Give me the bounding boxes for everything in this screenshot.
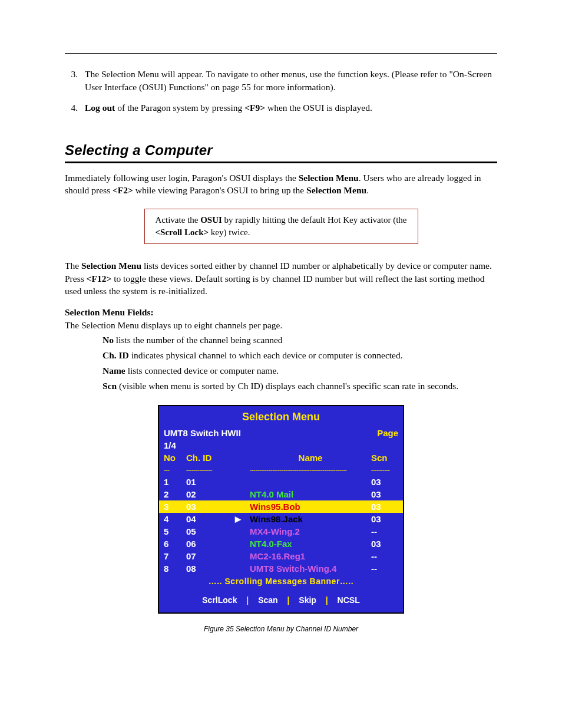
field-scn: Scn (visible when menu is sorted by Ch I…: [103, 380, 497, 393]
row-scn: 03: [371, 538, 395, 550]
section-rule: [65, 162, 497, 163]
osui-hdr-ch: Ch. ID: [186, 452, 226, 464]
row-name: UMT8 Switch-Wing.4: [250, 562, 371, 575]
osui-status-bar: ScrlLock | Scan | Skip | NCSL: [159, 589, 403, 608]
osui-sep-no: ---: [164, 466, 186, 475]
p2-sel: Selection Menu: [81, 261, 141, 271]
field-chid-label: Ch. ID: [103, 350, 129, 360]
row-name: MC2-16.Reg1: [250, 550, 371, 562]
osui-wrap: Selection Menu UMT8 Switch HWII Page 1/4…: [65, 405, 497, 634]
status-scrllock: ScrlLock: [202, 595, 237, 605]
figure-caption: Figure 35 Selection Menu by Channel ID N…: [65, 624, 497, 634]
status-sep3: |: [326, 595, 328, 605]
osui-sep-row: --- -------------- ---------------------…: [159, 464, 403, 476]
osui-channel-row[interactable]: 606NT4.0-Fax03: [159, 538, 403, 550]
row-no: 4: [164, 513, 186, 525]
step-4-mid: of the Paragon system by pressing: [115, 103, 244, 113]
field-name: Name lists connected device or computer …: [103, 364, 497, 377]
osui-page-label: Page: [377, 427, 398, 439]
callout-c: by rapidly hitting the default Hot Key a…: [222, 215, 407, 225]
callout-a: Activate the: [156, 215, 201, 225]
row-no: 8: [164, 562, 186, 575]
osui-channel-row[interactable]: 10103: [159, 476, 403, 488]
row-scn: 03: [371, 513, 395, 525]
osui-channel-row[interactable]: 303Wins95.Bob03: [159, 500, 403, 513]
para2: The Selection Menu lists devices sorted …: [65, 259, 497, 298]
row-name: NT4.0-Fax: [250, 538, 371, 550]
step-4-logout: Log out: [85, 103, 115, 113]
osui-channel-row[interactable]: 808UMT8 Switch-Wing.4--: [159, 562, 403, 575]
row-name: MX4-Wing.2: [250, 525, 371, 538]
osui-pagenum-row: 1/4: [159, 439, 403, 452]
row-scn: --: [371, 550, 395, 562]
row-name: Wins95.Bob: [250, 500, 371, 513]
osui-hdr-scn: Scn: [371, 452, 395, 464]
row-ch: 08: [186, 562, 226, 575]
osui-channel-row[interactable]: 707MC2-16.Reg1--: [159, 550, 403, 562]
fields-intro: The Selection Menu displays up to eight …: [65, 319, 497, 332]
row-scn: 03: [371, 500, 395, 513]
field-defs: No lists the number of the channel being…: [103, 334, 497, 392]
osui-hdr-name: Name: [250, 452, 371, 464]
row-scn: --: [371, 525, 395, 538]
osui-switch: UMT8 Switch HWII: [164, 427, 377, 439]
osui-hdr-no: No: [164, 452, 186, 464]
section-heading: Selecting a Computer: [65, 140, 497, 160]
status-sep1: |: [246, 595, 249, 605]
row-name: NT4.0 Mail: [250, 488, 371, 500]
osui-sep-ch: --------------: [186, 466, 226, 475]
osui-sep-name: ----------------------------------------…: [250, 466, 371, 475]
row-scn: 03: [371, 488, 395, 500]
osui-rows: 10103202NT4.0 Mail03303Wins95.Bob03404▶W…: [159, 476, 403, 575]
status-ncsl: NCSL: [338, 595, 360, 605]
row-ch: 02: [186, 488, 226, 500]
top-rule: [65, 53, 497, 54]
row-scn: --: [371, 562, 395, 575]
row-no: 2: [164, 488, 186, 500]
intro-para: Immediately following user login, Parago…: [65, 172, 497, 197]
osui-panel: Selection Menu UMT8 Switch HWII Page 1/4…: [158, 405, 404, 613]
p2-e: to toggle these views. Default sorting i…: [65, 274, 484, 297]
row-ch: 07: [186, 550, 226, 562]
intro-sel2: Selection Menu: [306, 185, 366, 195]
field-chid: Ch. ID indicates physical channel to whi…: [103, 349, 497, 362]
step-3-text: The Selection Menu will appear. To navig…: [85, 69, 492, 92]
status-sep2: |: [287, 595, 289, 605]
field-name-label: Name: [103, 365, 125, 375]
callout-e: key) twice.: [209, 228, 250, 237]
callout-box: Activate the OSUI by rapidly hitting the…: [144, 209, 418, 244]
callout-wrap: Activate the OSUI by rapidly hitting the…: [65, 209, 497, 244]
osui-title: Selection Menu: [159, 409, 403, 427]
step-4-tail: when the OSUI is displayed.: [265, 103, 372, 113]
osui-channel-row[interactable]: 505MX4-Wing.2--: [159, 525, 403, 538]
osui-switch-row: UMT8 Switch HWII Page: [159, 427, 403, 439]
osui-channel-row[interactable]: 202NT4.0 Mail03: [159, 488, 403, 500]
fields-title: Selection Menu Fields:: [65, 306, 497, 319]
row-ch: 03: [186, 500, 226, 513]
intro-a: Immediately following user login, Parago…: [65, 173, 299, 183]
osui-sep-scn: ----------: [371, 466, 395, 475]
numbered-steps: The Selection Menu will appear. To navig…: [65, 68, 497, 114]
intro-g: .: [366, 185, 369, 195]
step-4-f9: <F9>: [244, 103, 265, 113]
field-name-text: lists connected device or computer name.: [125, 365, 279, 375]
field-no: No lists the number of the channel being…: [103, 334, 497, 347]
row-ch: 01: [186, 476, 226, 488]
step-3: The Selection Menu will appear. To navig…: [80, 68, 497, 93]
row-name: Wins98.Jack: [250, 513, 371, 525]
row-no: 3: [164, 500, 186, 513]
step-4: Log out of the Paragon system by pressin…: [80, 101, 497, 114]
field-scn-text: (visible when menu is sorted by Ch ID) d…: [117, 381, 458, 391]
row-no: 6: [164, 538, 186, 550]
osui-pagenum: 1/4: [164, 439, 176, 452]
osui-channel-row[interactable]: 404▶Wins98.Jack03: [159, 513, 403, 525]
osui-scroll-banner: ….. Scrolling Messages Banner…..: [159, 575, 403, 589]
p2-f12: <F12>: [87, 274, 112, 284]
row-ch: 06: [186, 538, 226, 550]
intro-sel1: Selection Menu: [299, 173, 359, 183]
row-no: 7: [164, 550, 186, 562]
row-no: 5: [164, 525, 186, 538]
p2-a: The: [65, 261, 81, 271]
row-arrow-icon: ▶: [226, 514, 250, 525]
osui-header-row: No Ch. ID Name Scn: [159, 452, 403, 464]
